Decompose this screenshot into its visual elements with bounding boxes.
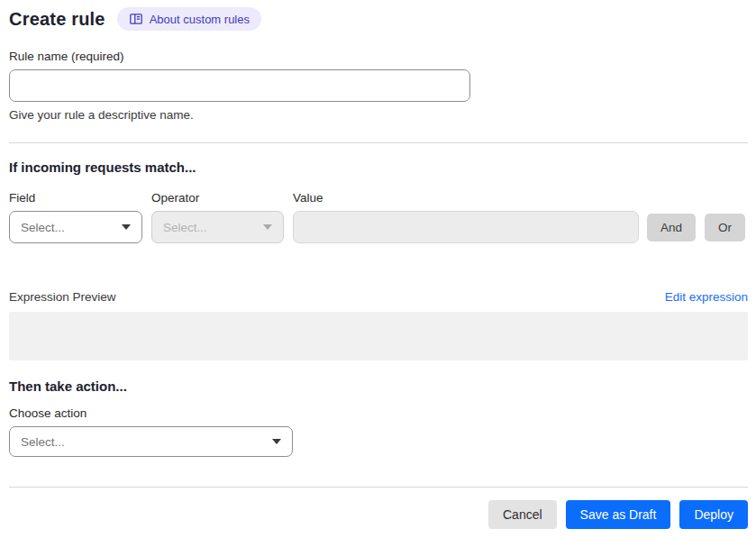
edit-expression-link[interactable]: Edit expression <box>665 290 748 304</box>
rule-name-label: Rule name (required) <box>9 50 748 63</box>
header: Create rule About custom rules <box>9 7 748 31</box>
footer-actions: Cancel Save as Draft Deploy <box>9 500 748 529</box>
book-icon <box>129 12 143 26</box>
choose-action-group: Choose action Select... <box>9 406 748 457</box>
operator-select-value: Select... <box>163 221 207 234</box>
choose-action-label: Choose action <box>9 406 748 420</box>
expression-preview-label: Expression Preview <box>9 290 116 304</box>
choose-action-select-value: Select... <box>21 435 65 449</box>
save-as-draft-button[interactable]: Save as Draft <box>566 500 671 529</box>
value-column: Value <box>293 191 639 243</box>
create-rule-form: Create rule About custom rules Rule name… <box>0 0 756 529</box>
field-select-value: Select... <box>21 221 65 234</box>
chevron-down-icon <box>272 439 281 444</box>
expression-preview-header: Expression Preview Edit expression <box>9 290 748 304</box>
choose-action-select[interactable]: Select... <box>9 426 293 457</box>
divider <box>9 487 748 488</box>
about-custom-rules-label: About custom rules <box>150 13 250 26</box>
match-section-heading: If incoming requests match... <box>9 160 748 175</box>
expression-preview-box <box>9 312 748 360</box>
field-column: Field Select... <box>9 191 142 243</box>
operator-select: Select... <box>151 211 284 243</box>
field-select[interactable]: Select... <box>9 211 142 243</box>
or-button[interactable]: Or <box>705 214 745 242</box>
cancel-button[interactable]: Cancel <box>488 500 557 529</box>
value-input <box>293 211 639 243</box>
page-title: Create rule <box>9 9 105 30</box>
chevron-down-icon <box>122 224 131 230</box>
operator-label: Operator <box>151 191 284 205</box>
rule-name-helper-text: Give your rule a descriptive name. <box>9 108 748 122</box>
action-section-heading: Then take action... <box>9 378 748 394</box>
field-label: Field <box>9 191 142 205</box>
deploy-button[interactable]: Deploy <box>679 500 748 529</box>
rule-name-group: Rule name (required) Give your rule a de… <box>9 50 748 122</box>
rule-name-input[interactable] <box>9 69 470 102</box>
chevron-down-icon <box>263 224 272 230</box>
divider <box>9 142 748 143</box>
condition-row: Field Select... Operator Select... Value… <box>9 191 748 243</box>
and-button[interactable]: And <box>647 214 696 242</box>
operator-column: Operator Select... <box>151 191 284 243</box>
about-custom-rules-link[interactable]: About custom rules <box>117 7 261 31</box>
value-label: Value <box>293 191 639 205</box>
